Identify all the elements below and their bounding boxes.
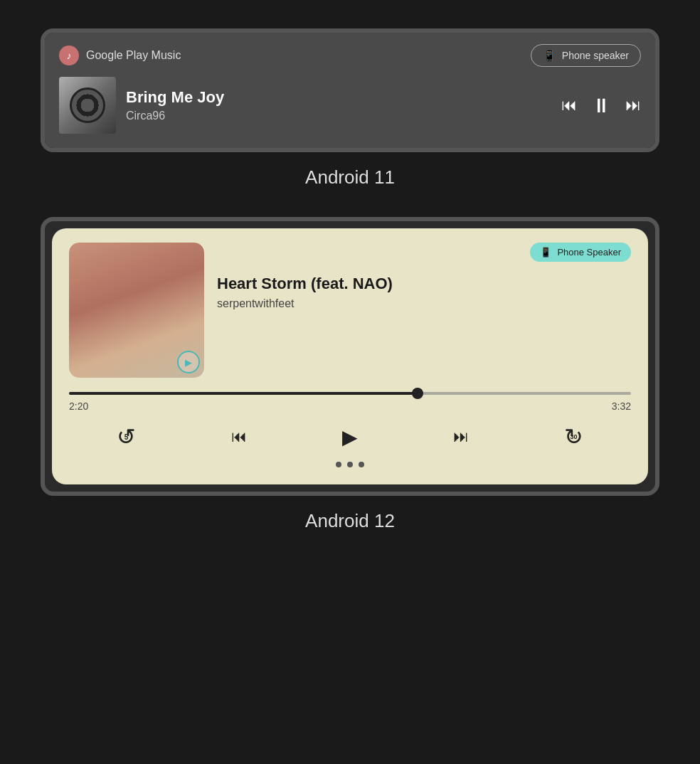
android12-track-info: 📱 Phone Speaker Heart Storm (feat. NAO) … bbox=[217, 243, 631, 310]
phone-speaker-button-android12[interactable]: 📱 Phone Speaker bbox=[530, 243, 631, 262]
progress-section: 2:20 3:32 bbox=[69, 392, 631, 412]
phone-speaker-button[interactable]: 📱 Phone speaker bbox=[531, 44, 641, 67]
progress-fill bbox=[69, 392, 418, 395]
app-name-row: ♪ Google Play Music bbox=[59, 46, 181, 65]
prev-button-android12[interactable]: ⏮ bbox=[231, 428, 247, 446]
forward30-label: 30 bbox=[570, 433, 577, 440]
android12-album-art: ▶ bbox=[69, 243, 204, 378]
current-time: 2:20 bbox=[69, 400, 88, 412]
android12-section-label: Android 12 bbox=[305, 510, 395, 532]
android12-track-artist: serpentwithfeet bbox=[217, 297, 631, 310]
android11-track-row: Bring Me Joy Circa96 ⏮ ⏸ ⏭ bbox=[59, 77, 641, 134]
play-button-android12[interactable]: ▶ bbox=[342, 425, 358, 449]
android11-header: ♪ Google Play Music 📱 Phone speaker bbox=[59, 44, 641, 67]
android11-phone-frame: ♪ Google Play Music 📱 Phone speaker Brin… bbox=[41, 28, 659, 152]
android11-notification: ♪ Google Play Music 📱 Phone speaker Brin… bbox=[45, 33, 655, 148]
forward30-button[interactable]: ↻ 30 bbox=[564, 423, 583, 450]
progress-times: 2:20 3:32 bbox=[69, 400, 631, 412]
dot-3 bbox=[359, 462, 364, 467]
pause-button[interactable]: ⏸ bbox=[591, 94, 611, 117]
total-time: 3:32 bbox=[612, 400, 631, 412]
phone-icon: 📱 bbox=[543, 49, 556, 62]
album-art-img: ▶ bbox=[69, 243, 204, 378]
album-art bbox=[59, 77, 116, 134]
android12-track-title: Heart Storm (feat. NAO) bbox=[217, 274, 631, 295]
next-button-android12[interactable]: ⏭ bbox=[453, 428, 469, 446]
track-artist: Circa96 bbox=[126, 110, 551, 122]
vinyl-circle bbox=[70, 87, 105, 123]
track-title: Bring Me Joy bbox=[126, 88, 551, 107]
android12-top-section: ▶ 📱 Phone Speaker Heart Storm (feat. NAO… bbox=[69, 243, 631, 378]
music-app-icon: ♪ bbox=[59, 46, 79, 65]
android12-phone-frame: ▶ 📱 Phone Speaker Heart Storm (feat. NAO… bbox=[41, 217, 659, 496]
dot-2 bbox=[347, 462, 353, 467]
android12-player: ▶ 📱 Phone Speaker Heart Storm (feat. NAO… bbox=[52, 228, 648, 484]
replay5-button[interactable]: ↺ 5 bbox=[117, 423, 136, 450]
phone-icon-android12: 📱 bbox=[540, 247, 551, 258]
playback-controls-android12: ↺ 5 ⏮ ▶ ⏭ ↻ 30 bbox=[69, 423, 631, 450]
mini-play-icon[interactable]: ▶ bbox=[177, 351, 200, 373]
phone-speaker-label: Phone speaker bbox=[562, 50, 629, 61]
progress-thumb[interactable] bbox=[412, 388, 423, 399]
android11-section-label: Android 11 bbox=[305, 166, 395, 189]
next-button[interactable]: ⏭ bbox=[625, 96, 641, 115]
replay5-label: 5 bbox=[124, 433, 129, 441]
phone-speaker-label-android12: Phone Speaker bbox=[557, 247, 621, 258]
prev-button[interactable]: ⏮ bbox=[561, 96, 577, 115]
pagination-dots bbox=[69, 462, 631, 467]
app-name-label: Google Play Music bbox=[86, 49, 181, 62]
playback-controls-android11: ⏮ ⏸ ⏭ bbox=[561, 94, 641, 117]
progress-bar[interactable] bbox=[69, 392, 631, 395]
album-art-inner bbox=[59, 77, 116, 134]
track-info: Bring Me Joy Circa96 bbox=[126, 88, 551, 122]
dot-1 bbox=[336, 462, 341, 467]
